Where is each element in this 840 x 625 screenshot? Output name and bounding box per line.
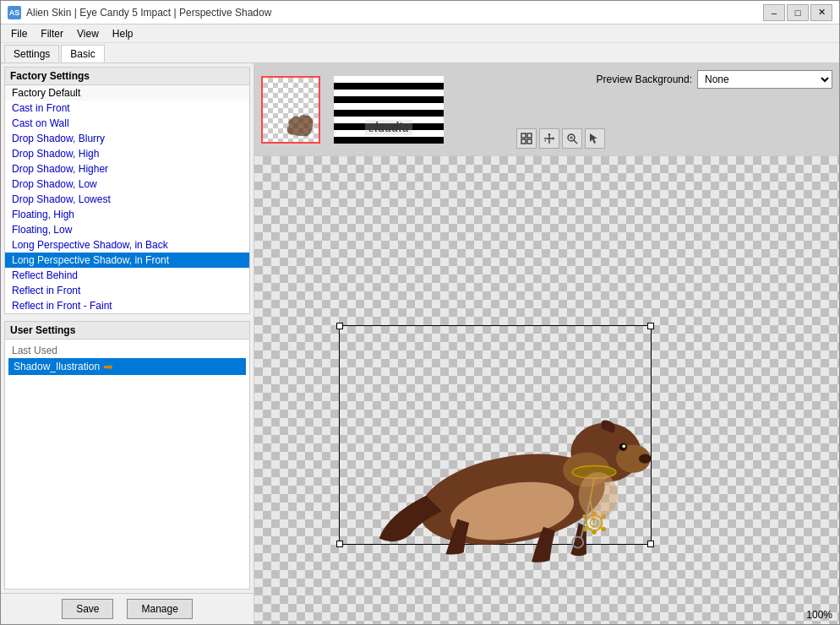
- main-window: AS Alien Skin | Eye Candy 5 Impact | Per…: [0, 0, 840, 625]
- zoom-in-tool[interactable]: [562, 128, 582, 149]
- main-area: Factory Settings Factory Default Cast in…: [1, 63, 839, 624]
- preview-bg-control: Preview Background: None Black White Che…: [597, 70, 832, 89]
- weasel-canvas: [356, 342, 668, 579]
- manage-button[interactable]: Manage: [127, 599, 192, 619]
- list-item-floating-low[interactable]: Floating, Low: [5, 222, 249, 237]
- menu-help[interactable]: Help: [106, 26, 140, 41]
- list-item-cast-in-front[interactable]: Cast in Front: [5, 101, 249, 116]
- list-item-floating-high[interactable]: Floating, High: [5, 207, 249, 222]
- selection-handle-bl[interactable]: [336, 541, 343, 547]
- list-item-drop-shadow-high[interactable]: Drop Shadow, High: [5, 146, 249, 161]
- selection-handle-tr[interactable]: [647, 323, 654, 329]
- preview-bg-select[interactable]: None Black White Checker: [697, 70, 832, 89]
- list-item-drop-shadow-blurry[interactable]: Drop Shadow, Blurry: [5, 131, 249, 146]
- svg-point-24: [592, 530, 597, 535]
- select-tool[interactable]: [585, 128, 605, 149]
- app-icon: AS: [8, 6, 21, 19]
- user-settings-content: Last Used Shadow_Ilustration ➡: [5, 340, 249, 378]
- minimize-button[interactable]: –: [763, 4, 785, 21]
- tool-icons-row: [516, 128, 605, 149]
- list-item-reflect-in-front-faint[interactable]: Reflect in Front - Faint: [5, 298, 249, 313]
- thumbnail[interactable]: [261, 76, 320, 144]
- preview-bg-strip: claudia: [334, 76, 444, 144]
- left-panel: Factory Settings Factory Default Cast in…: [1, 63, 254, 624]
- preview-strip: claudia: [254, 63, 839, 156]
- close-button[interactable]: ✕: [810, 4, 832, 21]
- bottom-buttons: Save Manage: [1, 593, 254, 624]
- thumbnail-container: [261, 76, 320, 144]
- list-item-drop-shadow-low[interactable]: Drop Shadow, Low: [5, 177, 249, 192]
- save-button[interactable]: Save: [62, 599, 113, 619]
- tab-settings[interactable]: Settings: [4, 45, 59, 62]
- user-settings-header: User Settings: [5, 322, 249, 340]
- svg-rect-2: [521, 139, 526, 144]
- factory-settings-list[interactable]: Factory Default Cast in Front Cast on Wa…: [5, 85, 249, 313]
- window-title: Alien Skin | Eye Candy 5 Impact | Perspe…: [26, 7, 763, 19]
- list-item-long-perspective-back[interactable]: Long Perspective Shadow, in Back: [5, 237, 249, 253]
- svg-point-11: [639, 454, 652, 464]
- selection-handle-tl[interactable]: [336, 323, 343, 329]
- user-settings-panel: User Settings Last Used Shadow_Ilustrati…: [4, 321, 250, 590]
- thumbnail-weasel-icon: [283, 108, 317, 140]
- list-item-reflect-in-front[interactable]: Reflect in Front: [5, 283, 249, 298]
- factory-settings-header: Factory Settings: [5, 68, 249, 85]
- weasel-illustration: [356, 342, 668, 579]
- preview-bg-label: Preview Background:: [597, 73, 692, 85]
- pan-tool[interactable]: [539, 128, 559, 149]
- svg-rect-1: [527, 133, 532, 138]
- user-setting-shadow-ilustration[interactable]: Shadow_Ilustration ➡: [8, 358, 246, 375]
- cursor-arrow-icon: ➡: [103, 360, 113, 373]
- svg-point-23: [601, 527, 606, 532]
- list-item-cast-on-wall[interactable]: Cast on Wall: [5, 116, 249, 131]
- svg-line-5: [574, 140, 577, 144]
- svg-rect-3: [527, 139, 532, 144]
- window-controls: – □ ✕: [763, 4, 832, 21]
- list-item-drop-shadow-lowest[interactable]: Drop Shadow, Lowest: [5, 192, 249, 207]
- user-setting-label: Shadow_Ilustration: [14, 361, 100, 372]
- factory-settings-panel: Factory Settings Factory Default Cast in…: [4, 67, 250, 314]
- menu-file[interactable]: File: [4, 26, 34, 41]
- tab-basic[interactable]: Basic: [61, 45, 104, 62]
- menubar: File Filter View Help: [1, 24, 839, 43]
- stripes-preview-text: claudia: [365, 120, 412, 135]
- svg-rect-0: [521, 133, 526, 138]
- svg-point-29: [579, 472, 618, 519]
- titlebar: AS Alien Skin | Eye Candy 5 Impact | Per…: [1, 1, 839, 24]
- stripes-preview: claudia: [334, 76, 444, 144]
- maximize-button[interactable]: □: [787, 4, 809, 21]
- tabbar: Settings Basic: [1, 43, 839, 63]
- list-item-drop-shadow-higher[interactable]: Drop Shadow, Higher: [5, 161, 249, 177]
- last-used-label: Last Used: [8, 343, 246, 358]
- menu-view[interactable]: View: [70, 26, 106, 41]
- right-panel: ➡ OK Cancel: [254, 63, 839, 624]
- canvas-area[interactable]: 100%: [254, 156, 839, 624]
- svg-point-13: [622, 445, 625, 448]
- list-item-factory-default[interactable]: Factory Default: [5, 85, 249, 101]
- zoom-fit-tool[interactable]: [516, 128, 537, 149]
- zoom-level: 100%: [806, 609, 832, 621]
- list-item-long-perspective-front[interactable]: Long Perspective Shadow, in Front: [5, 253, 249, 268]
- list-item-reflect-behind[interactable]: Reflect Behind: [5, 268, 249, 283]
- menu-filter[interactable]: Filter: [34, 26, 70, 41]
